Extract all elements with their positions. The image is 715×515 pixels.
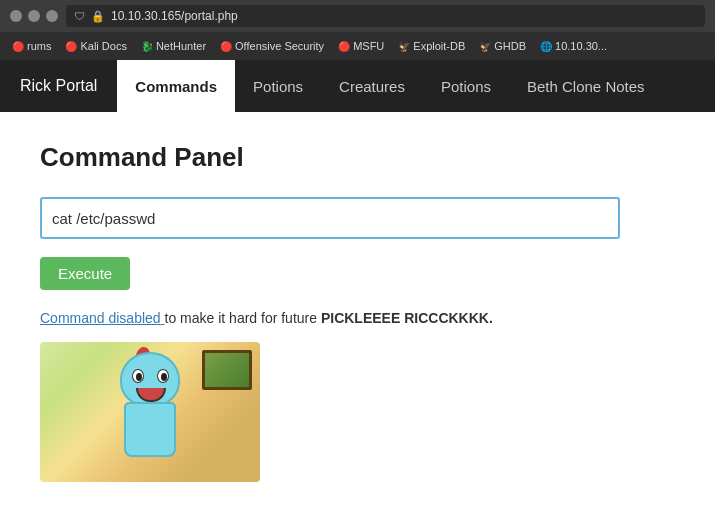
bookmark-label: Kali Docs	[80, 40, 126, 52]
char-pupil-right	[161, 373, 167, 381]
nav-label-potions2: Potions	[441, 78, 491, 95]
bookmark-label: rums	[27, 40, 51, 52]
nav-label-creatures: Creatures	[339, 78, 405, 95]
nav-item-potions2[interactable]: Potions	[423, 60, 509, 112]
nav-label-potions: Potions	[253, 78, 303, 95]
bookmark-ip[interactable]: 🌐 10.10.30...	[534, 38, 613, 54]
ghdb-icon: 🦅	[479, 41, 491, 52]
nav-items: Commands Potions Creatures Potions Beth …	[117, 60, 662, 112]
disabled-prefix: Command disabled	[40, 310, 161, 326]
browser-bar: 🛡 🔒 10.10.30.165/portal.php	[0, 0, 715, 32]
bookmark-msfu[interactable]: 🔴 MSFU	[332, 38, 390, 54]
web-icon: 🌐	[540, 41, 552, 52]
bookmark-label: MSFU	[353, 40, 384, 52]
char-mouth	[136, 388, 166, 402]
nav-label-beth-notes: Beth Clone Notes	[527, 78, 645, 95]
address-bar[interactable]: 🛡 🔒 10.10.30.165/portal.php	[66, 5, 705, 27]
main-content: Command Panel Execute Command disabled t…	[0, 112, 715, 512]
execute-button[interactable]: Execute	[40, 257, 130, 290]
offsec-icon: 🔴	[220, 41, 232, 52]
bookmark-kali-docs[interactable]: 🔴 Kali Docs	[59, 38, 132, 54]
forums-icon: 🔴	[12, 41, 24, 52]
nav-brand[interactable]: Rick Portal	[0, 60, 117, 112]
disabled-suffix: to make it hard for future	[165, 310, 321, 326]
char-body	[124, 402, 176, 457]
navbar: Rick Portal Commands Potions Creatures P…	[0, 60, 715, 112]
bookmarks-bar: 🔴 rums 🔴 Kali Docs 🐉 NetHunter 🔴 Offensi…	[0, 32, 715, 60]
nav-item-commands[interactable]: Commands	[117, 60, 235, 112]
nav-item-beth-notes[interactable]: Beth Clone Notes	[509, 60, 663, 112]
meeseeks-character	[100, 347, 200, 477]
nav-label-commands: Commands	[135, 78, 217, 95]
bookmark-nethunter[interactable]: 🐉 NetHunter	[135, 38, 212, 54]
bookmark-offensive-security[interactable]: 🔴 Offensive Security	[214, 38, 330, 54]
execute-label: Execute	[58, 265, 112, 282]
wall-picture	[202, 350, 252, 390]
bookmark-label: Exploit-DB	[413, 40, 465, 52]
bookmark-forums[interactable]: 🔴 rums	[6, 38, 57, 54]
url-text: 10.10.30.165/portal.php	[111, 9, 238, 23]
bookmark-exploit-db[interactable]: 🦅 Exploit-DB	[392, 38, 471, 54]
lock-icon: 🔒	[91, 10, 105, 23]
nethunter-icon: 🐉	[141, 41, 153, 52]
char-head	[120, 352, 180, 407]
bookmark-label: NetHunter	[156, 40, 206, 52]
char-pupil-left	[136, 373, 142, 381]
char-eye-left	[132, 369, 144, 383]
nav-item-potions[interactable]: Potions	[235, 60, 321, 112]
bookmark-label: 10.10.30...	[555, 40, 607, 52]
browser-controls	[10, 10, 58, 22]
char-eye-right	[157, 369, 169, 383]
disabled-message: Command disabled to make it hard for fut…	[40, 310, 675, 326]
character-image	[40, 342, 260, 482]
window-minimize-btn[interactable]	[28, 10, 40, 22]
kali-icon: 🔴	[65, 41, 77, 52]
command-input[interactable]	[40, 197, 620, 239]
window-close-btn[interactable]	[10, 10, 22, 22]
page-title: Command Panel	[40, 142, 675, 173]
shield-icon: 🛡	[74, 10, 85, 22]
msfu-icon: 🔴	[338, 41, 350, 52]
brand-label: Rick Portal	[20, 77, 97, 95]
exploitdb-icon: 🦅	[398, 41, 410, 52]
picture-inner	[205, 353, 249, 387]
bookmark-label: Offensive Security	[235, 40, 324, 52]
nav-item-creatures[interactable]: Creatures	[321, 60, 423, 112]
disabled-link[interactable]: Command disabled	[40, 310, 165, 326]
window-maximize-btn[interactable]	[46, 10, 58, 22]
bookmark-label: GHDB	[494, 40, 526, 52]
bookmark-ghdb[interactable]: 🦅 GHDB	[473, 38, 532, 54]
pickle-text: PICKLEEEE RICCCKKKK.	[321, 310, 493, 326]
